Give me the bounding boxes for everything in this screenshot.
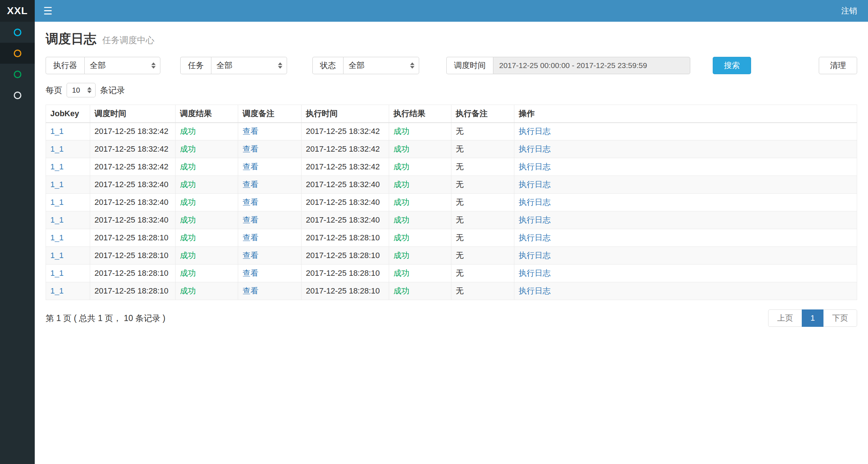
- trigger-time-cell: 2017-12-25 18:32:42: [90, 123, 176, 140]
- job-filter-label: 任务: [180, 57, 211, 74]
- execution-log-link[interactable]: 执行日志: [519, 286, 551, 295]
- handle-result-text: 成功: [393, 286, 409, 295]
- jobkey-link[interactable]: 1_1: [50, 198, 64, 207]
- log-table-row: 1_1 2017-12-25 18:32:40 成功 查看 2017-12-25…: [46, 194, 857, 211]
- trigger-result-text: 成功: [180, 251, 196, 260]
- date-range-input[interactable]: [493, 57, 690, 74]
- handle-result-text: 成功: [393, 162, 409, 171]
- column-header-trigger-result: 调度结果: [176, 105, 238, 123]
- jobkey-link[interactable]: 1_1: [50, 162, 64, 171]
- execution-log-link[interactable]: 执行日志: [519, 180, 551, 189]
- trigger-remark-link[interactable]: 查看: [243, 233, 258, 242]
- handle-result-text: 成功: [393, 251, 409, 260]
- page-size-select[interactable]: 10: [67, 83, 96, 97]
- execution-log-link[interactable]: 执行日志: [519, 269, 551, 278]
- jobkey-link[interactable]: 1_1: [50, 215, 64, 224]
- log-table-row: 1_1 2017-12-25 18:32:40 成功 查看 2017-12-25…: [46, 176, 857, 194]
- status-select[interactable]: 全部: [343, 57, 419, 74]
- jobkey-link[interactable]: 1_1: [50, 269, 64, 278]
- current-page-button[interactable]: 1: [802, 309, 823, 327]
- trigger-time-cell: 2017-12-25 18:28:10: [90, 247, 176, 265]
- search-button[interactable]: 搜索: [713, 57, 751, 74]
- trigger-remark-link[interactable]: 查看: [243, 269, 258, 278]
- trigger-time-cell: 2017-12-25 18:28:10: [90, 282, 176, 300]
- executor-select[interactable]: 全部: [84, 57, 160, 74]
- clear-button[interactable]: 清理: [819, 57, 857, 74]
- handle-time-cell: 2017-12-25 18:28:10: [302, 229, 389, 247]
- next-page-button[interactable]: 下页: [823, 309, 857, 327]
- jobkey-link[interactable]: 1_1: [50, 144, 64, 153]
- trigger-remark-link[interactable]: 查看: [243, 215, 258, 224]
- execution-log-link[interactable]: 执行日志: [519, 215, 551, 224]
- execution-log-link[interactable]: 执行日志: [519, 144, 551, 153]
- handle-result-text: 成功: [393, 269, 409, 278]
- handle-remark-cell: 无: [451, 229, 514, 247]
- prev-page-button[interactable]: 上页: [768, 309, 802, 327]
- column-header-trigger-time: 调度时间: [90, 105, 176, 123]
- jobkey-link[interactable]: 1_1: [50, 251, 64, 260]
- column-header-action: 操作: [514, 105, 857, 123]
- app-logo[interactable]: XXL: [0, 0, 35, 22]
- trigger-time-cell: 2017-12-25 18:32:42: [90, 158, 176, 176]
- handle-remark-cell: 无: [451, 211, 514, 229]
- execution-log-link[interactable]: 执行日志: [519, 233, 551, 242]
- column-header-jobkey: JobKey: [46, 105, 90, 123]
- sidebar-toggle-button[interactable]: ☰: [35, 0, 61, 22]
- trigger-remark-link[interactable]: 查看: [243, 144, 258, 153]
- logout-link[interactable]: 注销: [830, 0, 868, 22]
- page-title: 调度日志: [46, 31, 96, 46]
- job-select[interactable]: 全部: [211, 57, 287, 74]
- trigger-remark-link[interactable]: 查看: [243, 251, 258, 260]
- handle-remark-cell: 无: [451, 247, 514, 265]
- executor-select-value: 全部: [90, 60, 106, 71]
- handle-remark-cell: 无: [451, 123, 514, 140]
- column-header-trigger-remark: 调度备注: [238, 105, 302, 123]
- sidebar-item-3[interactable]: [0, 64, 35, 85]
- execution-log-link[interactable]: 执行日志: [519, 251, 551, 260]
- trigger-remark-link[interactable]: 查看: [243, 162, 258, 171]
- handle-time-cell: 2017-12-25 18:28:10: [302, 247, 389, 265]
- job-filter: 任务 全部: [180, 57, 287, 74]
- trigger-remark-link[interactable]: 查看: [243, 180, 258, 189]
- jobkey-link[interactable]: 1_1: [50, 180, 64, 189]
- sidebar-item-2[interactable]: [0, 43, 35, 64]
- execution-log-link[interactable]: 执行日志: [519, 162, 551, 171]
- handle-time-cell: 2017-12-25 18:32:42: [302, 158, 389, 176]
- executor-filter-label: 执行器: [46, 57, 84, 74]
- jobkey-link[interactable]: 1_1: [50, 127, 64, 136]
- trigger-remark-link[interactable]: 查看: [243, 198, 258, 207]
- execution-log-link[interactable]: 执行日志: [519, 127, 551, 136]
- filter-row: 执行器 全部 任务 全部 状态 全部: [46, 57, 857, 74]
- sidebar-item-4[interactable]: [0, 85, 35, 106]
- status-filter-label: 状态: [312, 57, 343, 74]
- sidebar-item-1[interactable]: [0, 22, 35, 43]
- trigger-remark-link[interactable]: 查看: [243, 286, 258, 295]
- handle-remark-cell: 无: [451, 176, 514, 194]
- execution-log-link[interactable]: 执行日志: [519, 198, 551, 207]
- status-filter: 状态 全部: [312, 57, 419, 74]
- trigger-time-cell: 2017-12-25 18:32:42: [90, 140, 176, 158]
- hamburger-icon: ☰: [43, 5, 52, 17]
- trigger-time-cell: 2017-12-25 18:32:40: [90, 176, 176, 194]
- log-table-row: 1_1 2017-12-25 18:32:42 成功 查看 2017-12-25…: [46, 158, 857, 176]
- handle-remark-cell: 无: [451, 194, 514, 211]
- handle-result-text: 成功: [393, 215, 409, 224]
- log-table-row: 1_1 2017-12-25 18:28:10 成功 查看 2017-12-25…: [46, 229, 857, 247]
- trigger-result-text: 成功: [180, 269, 196, 278]
- log-table-row: 1_1 2017-12-25 18:28:10 成功 查看 2017-12-25…: [46, 265, 857, 282]
- jobkey-link[interactable]: 1_1: [50, 286, 64, 295]
- circle-icon: [14, 71, 21, 78]
- table-header: JobKey 调度时间 调度结果 调度备注 执行时间 执行结果 执行备注 操作: [46, 105, 857, 123]
- handle-result-text: 成功: [393, 198, 409, 207]
- table-footer: 第 1 页 ( 总共 1 页， 10 条记录 ) 上页 1 下页: [46, 309, 857, 327]
- trigger-result-text: 成功: [180, 162, 196, 171]
- handle-time-cell: 2017-12-25 18:32:42: [302, 140, 389, 158]
- pagination-info: 第 1 页 ( 总共 1 页， 10 条记录 ): [46, 313, 165, 324]
- trigger-time-cell: 2017-12-25 18:32:40: [90, 194, 176, 211]
- jobkey-link[interactable]: 1_1: [50, 233, 64, 242]
- trigger-time-cell: 2017-12-25 18:32:40: [90, 211, 176, 229]
- trigger-time-cell: 2017-12-25 18:28:10: [90, 265, 176, 282]
- handle-time-cell: 2017-12-25 18:32:40: [302, 176, 389, 194]
- trigger-remark-link[interactable]: 查看: [243, 127, 258, 136]
- trigger-result-text: 成功: [180, 180, 196, 189]
